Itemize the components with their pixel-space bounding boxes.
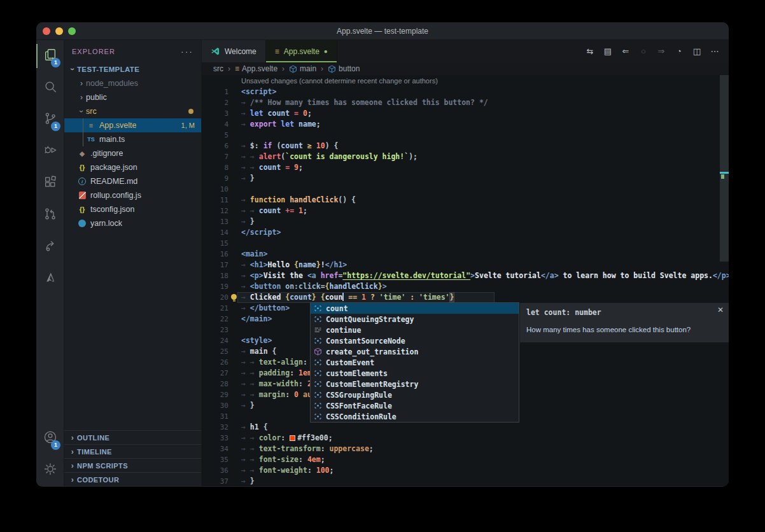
code-line-5[interactable]: 5 — [202, 130, 729, 141]
tree-item-package-json[interactable]: {}package.json — [64, 160, 201, 174]
breadcrumb-item-button[interactable]: button — [328, 64, 360, 73]
settings-icon — [43, 462, 57, 479]
code-line-32[interactable]: 32→ h1 { — [202, 422, 729, 433]
activity-share-icon[interactable] — [36, 231, 64, 263]
code-line-15[interactable]: 15 — [202, 238, 729, 249]
code-line-12[interactable]: 12→ → count += 1; — [202, 206, 729, 216]
titlebar[interactable]: App.svelte — test-template — [36, 22, 729, 40]
json-icon: {} — [77, 206, 87, 213]
tree-item-src[interactable]: ›src — [64, 104, 201, 118]
suggestion-label: CSSGroupingRule — [326, 391, 392, 400]
previous-change-icon[interactable]: ⇐ — [618, 46, 633, 56]
suggestion-customelementregistry[interactable]: CustomElementRegistry — [311, 379, 519, 389]
indent-guide — [83, 118, 83, 132]
breadcrumb-separator: › — [282, 64, 284, 73]
code-line-19[interactable]: 19→ <button on:click={handleClick}> — [202, 281, 729, 292]
overview-ruler-mark — [720, 172, 729, 174]
timeline-icon[interactable]: ◔ — [671, 46, 687, 56]
code-line-9[interactable]: 9→ } — [202, 173, 729, 184]
activity-azure-icon[interactable] — [36, 263, 64, 295]
suggestion-count[interactable]: count — [311, 303, 519, 314]
suggestion-constantsourcenode[interactable]: ConstantSourceNode — [311, 335, 519, 346]
code-line-13[interactable]: 13→ } — [202, 216, 729, 227]
overview-ruler-mark-green — [721, 174, 724, 179]
tab-app-svelte[interactable]: ≡App.svelte● — [266, 40, 337, 62]
section-npm-scripts[interactable]: ›NPM SCRIPTS — [64, 458, 201, 472]
activity-settings-icon[interactable] — [36, 454, 64, 486]
activity-extensions-icon[interactable] — [36, 167, 64, 199]
code-line-16[interactable]: 16<main> — [202, 249, 729, 260]
modified-dot-icon[interactable]: ● — [324, 48, 328, 55]
section-outline[interactable]: ›OUTLINE — [64, 430, 201, 444]
more-actions-icon[interactable]: ··· — [181, 46, 193, 57]
activity-files-icon[interactable]: 1 — [36, 40, 64, 72]
code-line-7[interactable]: 7→ → alert(`count is dangerously high!`)… — [202, 151, 729, 162]
activity-account-icon[interactable]: 1 — [36, 423, 64, 454]
tree-item-yarn-lock[interactable]: yarn.lock — [64, 216, 201, 230]
vertical-scrollbar[interactable] — [720, 75, 729, 262]
section-timeline[interactable]: ›TIMELINE — [64, 444, 201, 458]
tree-item-node-modules[interactable]: ›node_modules — [64, 76, 201, 90]
suggestion-customevent[interactable]: CustomEvent — [311, 357, 519, 368]
breadcrumb-item-main[interactable]: main — [289, 64, 316, 73]
code-line-20[interactable]: 20→ Clicked {count} {coun == 1 ? 'time' … — [202, 292, 729, 303]
codelens-annotation: Unsaved changes (cannot determine recent… — [202, 75, 729, 87]
code-line-33[interactable]: 33→ → color: #ff3e00; — [202, 433, 729, 444]
split-editor-icon[interactable]: ◫ — [689, 46, 705, 56]
code-line-2[interactable]: 2→ /** How many times has someone clicke… — [202, 97, 729, 108]
code-line-14[interactable]: 14</script> — [202, 227, 729, 238]
file-label: rollup.config.js — [90, 191, 141, 200]
tree-root-test-template[interactable]: › TEST-TEMPLATE — [64, 62, 201, 76]
activity-run-debug-icon[interactable] — [36, 136, 64, 167]
activity-source-control-icon[interactable]: 1 — [36, 104, 64, 136]
code-line-17[interactable]: 17→ <h1>Hello {name}!</h1> — [202, 260, 729, 270]
activity-search-icon[interactable] — [36, 72, 64, 104]
section-codetour[interactable]: ›CODETOUR — [64, 472, 201, 486]
tab-label: Welcome — [225, 47, 256, 56]
code-line-8[interactable]: 8→ → count = 9; — [202, 162, 729, 173]
breadcrumb-item-src[interactable]: src — [213, 64, 223, 73]
editor-content[interactable]: Unsaved changes (cannot determine recent… — [202, 75, 729, 486]
activity-pull-request-icon[interactable] — [36, 199, 64, 231]
code-line-11[interactable]: 11→ function handleClick() { — [202, 195, 729, 206]
git-icon: ◆ — [77, 150, 87, 158]
pull-request-icon — [43, 207, 57, 223]
code-line-18[interactable]: 18→ <p>Visit the <a href="https://svelte… — [202, 270, 729, 281]
file-label: App.svelte — [99, 121, 136, 130]
tree-item-public[interactable]: ›public — [64, 90, 201, 104]
code-line-4[interactable]: 4→ export let name; — [202, 119, 729, 130]
line-number: 32 — [202, 422, 228, 433]
line-number: 16 — [202, 249, 228, 260]
suggestion-cssconditionrule[interactable]: CSSConditionRule — [311, 411, 519, 422]
tree-item--gitignore[interactable]: ◆.gitignore — [64, 146, 201, 160]
change-icon[interactable]: ○ — [636, 46, 651, 56]
open-changes-icon[interactable]: ▤ — [600, 46, 615, 56]
tree-item-main-ts[interactable]: TSmain.ts — [64, 132, 201, 146]
tree-item-readme-md[interactable]: iREADME.md — [64, 174, 201, 188]
tree-item-rollup-config-js[interactable]: rollup.config.js — [64, 188, 201, 202]
lightbulb-icon[interactable] — [231, 294, 237, 300]
suggestion-cssgroupingrule[interactable]: CSSGroupingRule — [311, 389, 519, 400]
next-change-icon[interactable]: ⇒ — [654, 46, 669, 56]
code-line-1[interactable]: 1<script> — [202, 87, 729, 97]
suggestion-countqueuingstrategy[interactable]: CountQueuingStrategy — [311, 314, 519, 325]
suggestion-cssfontfacerule[interactable]: CSSFontFaceRule — [311, 400, 519, 411]
suggestion-continue[interactable]: continue — [311, 325, 519, 335]
close-icon[interactable]: ✕ — [717, 305, 724, 314]
tree-item-app-svelte[interactable]: ≡App.svelte1, M — [64, 118, 201, 132]
code-line-35[interactable]: 35→ → font-size: 4em; — [202, 454, 729, 465]
more-actions-icon[interactable]: ⋯ — [707, 46, 722, 56]
tree-item-tsconfig-json[interactable]: {}tsconfig.json — [64, 202, 201, 216]
code-line-6[interactable]: 6→ $: if (count ≥ 10) { — [202, 141, 729, 151]
color-swatch[interactable] — [290, 435, 295, 441]
code-line-36[interactable]: 36→ → font-weight: 100; — [202, 465, 729, 476]
code-line-37[interactable]: 37→ } — [202, 476, 729, 486]
breadcrumb-item-app-svelte[interactable]: ≡App.svelte — [235, 64, 277, 73]
suggestion-create_out_transition[interactable]: create_out_transition — [311, 346, 519, 357]
code-line-10[interactable]: 10 — [202, 184, 729, 195]
tab-welcome[interactable]: Welcome — [202, 40, 266, 62]
suggestion-customelements[interactable]: customElements — [311, 368, 519, 379]
code-line-3[interactable]: 3→ let count = 0; — [202, 108, 729, 119]
code-line-34[interactable]: 34→ → text-transform: uppercase; — [202, 444, 729, 454]
compare-changes-icon[interactable]: ⇆ — [582, 46, 598, 56]
